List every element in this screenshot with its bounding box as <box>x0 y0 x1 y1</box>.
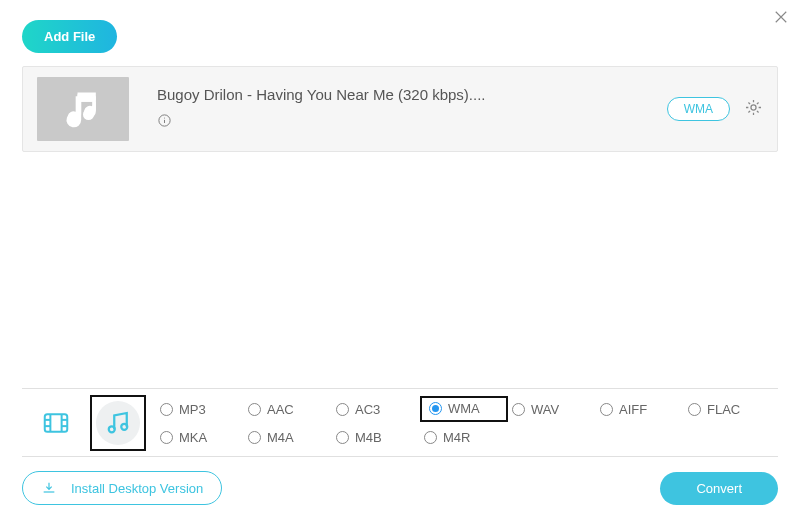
file-text: Bugoy Drilon - Having You Near Me (320 k… <box>129 86 667 132</box>
format-label: FLAC <box>707 402 740 417</box>
convert-label: Convert <box>696 481 742 496</box>
file-thumb <box>37 77 129 141</box>
file-format-button[interactable]: WMA <box>667 97 730 121</box>
convert-button[interactable]: Convert <box>660 472 778 505</box>
svg-point-4 <box>164 118 165 119</box>
svg-point-5 <box>751 104 756 109</box>
music-note-icon <box>61 87 105 131</box>
format-label: AC3 <box>355 402 380 417</box>
format-grid: MP3 AAC AC3 WMA WAV AIFF FLAC MKA M4A M4… <box>156 393 772 452</box>
install-desktop-button[interactable]: Install Desktop Version <box>22 471 222 505</box>
svg-point-13 <box>109 426 115 432</box>
file-card: Bugoy Drilon - Having You Near Me (320 k… <box>22 66 778 152</box>
close-icon[interactable] <box>772 8 790 30</box>
install-label: Install Desktop Version <box>71 481 203 496</box>
format-mka[interactable]: MKA <box>156 429 244 446</box>
video-tab[interactable] <box>28 395 84 451</box>
format-aac[interactable]: AAC <box>244 401 332 418</box>
footer: Install Desktop Version Convert <box>22 471 778 505</box>
add-file-label: Add File <box>44 29 95 44</box>
format-label: M4B <box>355 430 382 445</box>
format-wav[interactable]: WAV <box>508 401 596 418</box>
file-title: Bugoy Drilon - Having You Near Me (320 k… <box>157 86 667 103</box>
format-panel: MP3 AAC AC3 WMA WAV AIFF FLAC MKA M4A M4… <box>22 388 778 457</box>
add-file-button[interactable]: Add File <box>22 20 117 53</box>
format-flac[interactable]: FLAC <box>684 401 772 418</box>
format-label: WMA <box>448 401 480 416</box>
info-icon[interactable] <box>157 113 667 132</box>
svg-rect-6 <box>45 414 68 432</box>
format-label: M4R <box>443 430 470 445</box>
music-icon <box>103 408 133 438</box>
format-label: MKA <box>179 430 207 445</box>
file-format-label: WMA <box>684 102 713 116</box>
format-m4a[interactable]: M4A <box>244 429 332 446</box>
format-m4r[interactable]: M4R <box>420 429 508 446</box>
format-aiff[interactable]: AIFF <box>596 401 684 418</box>
format-m4b[interactable]: M4B <box>332 429 420 446</box>
file-actions: WMA <box>667 97 763 121</box>
format-ac3[interactable]: AC3 <box>332 401 420 418</box>
audio-tab[interactable] <box>90 395 146 451</box>
format-label: MP3 <box>179 402 206 417</box>
download-icon <box>41 480 57 496</box>
gear-icon[interactable] <box>744 98 763 121</box>
format-label: WAV <box>531 402 559 417</box>
format-label: AAC <box>267 402 294 417</box>
svg-point-14 <box>121 423 127 429</box>
format-mp3[interactable]: MP3 <box>156 401 244 418</box>
format-label: AIFF <box>619 402 647 417</box>
format-wma[interactable]: WMA <box>425 400 502 417</box>
format-label: M4A <box>267 430 294 445</box>
